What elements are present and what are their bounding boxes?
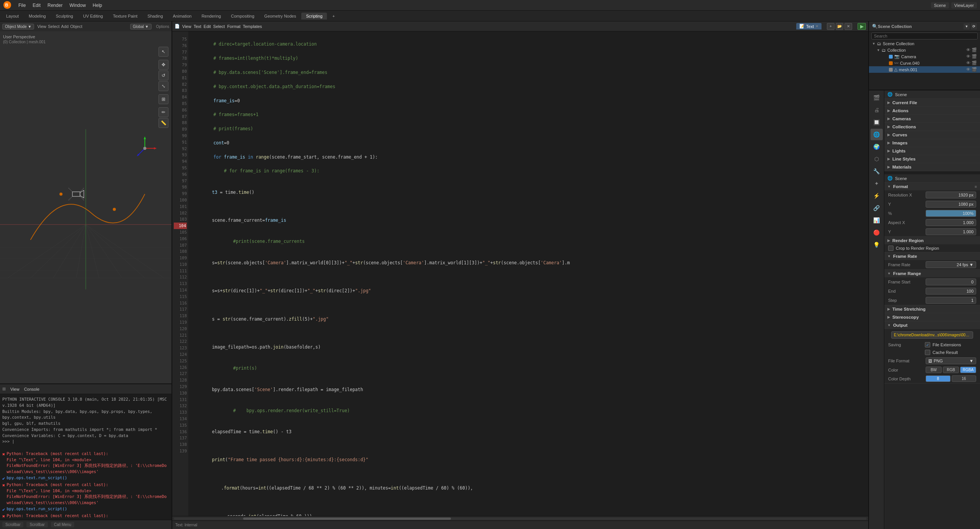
curve-render[interactable]: 🎬 bbox=[972, 61, 977, 66]
props-tab-world[interactable]: 🌍 bbox=[871, 141, 883, 152]
actions-header[interactable]: ▶ Actions bbox=[884, 107, 980, 115]
viewport-canvas[interactable]: User Perspective (0) Collection | mesh.0… bbox=[0, 31, 172, 383]
close-text-btn[interactable]: ✕ bbox=[844, 23, 852, 30]
measure-tool[interactable]: 📏 bbox=[158, 118, 168, 128]
console-menu[interactable]: Console bbox=[24, 387, 39, 391]
camera-render[interactable]: 🎬 bbox=[972, 54, 977, 59]
output-path-value[interactable]: E:\chromeDownload/mv...s\006\images\0000… bbox=[891, 331, 973, 339]
tab-modeling[interactable]: Modeling bbox=[24, 13, 51, 20]
scrollbar-left[interactable]: Scrollbar bbox=[2, 522, 23, 527]
resolution-y-value[interactable]: 1080 px bbox=[926, 201, 976, 208]
menu-window[interactable]: Window bbox=[66, 2, 89, 9]
outliner-camera[interactable]: 📷 Camera 👁 🎬 bbox=[869, 53, 980, 60]
file-extensions-check[interactable]: ✓ bbox=[925, 342, 930, 347]
menu-edit[interactable]: Edit bbox=[29, 2, 44, 9]
editor-view-btn[interactable]: View bbox=[182, 24, 191, 29]
outliner-sync-btn[interactable]: ⟳ bbox=[971, 23, 977, 29]
open-text-btn[interactable]: 📂 bbox=[836, 23, 843, 30]
viewlayer-selector[interactable]: ViewLayer bbox=[951, 2, 977, 8]
outliner-scene-collection[interactable]: ▼ 🗂 Scene Collection bbox=[869, 41, 980, 47]
menu-render[interactable]: Render bbox=[44, 2, 65, 9]
props-tab-material[interactable]: 🔴 bbox=[871, 227, 883, 238]
frame-start-value[interactable]: 0 bbox=[926, 278, 976, 285]
outliner-curve[interactable]: 〰 Curve.040 👁 🎬 bbox=[869, 60, 980, 66]
aspect-y-value[interactable]: 1.000 bbox=[926, 228, 976, 235]
select-tool[interactable]: ↖ bbox=[158, 47, 168, 57]
color-bw-btn[interactable]: BW bbox=[926, 367, 942, 373]
text-file-tab[interactable]: 📝 Text ✕ bbox=[796, 23, 822, 29]
tab-texture-paint[interactable]: Texture Paint bbox=[108, 13, 142, 20]
tab-add[interactable]: + bbox=[328, 13, 339, 20]
tab-geometry-nodes[interactable]: Geometry Nodes bbox=[260, 13, 301, 20]
cache-result-check[interactable] bbox=[925, 350, 930, 355]
menu-help[interactable]: Help bbox=[90, 2, 105, 9]
scrollbar-thumb[interactable] bbox=[243, 518, 451, 520]
annotate-tool[interactable]: ✏ bbox=[158, 107, 168, 117]
scale-tool[interactable]: ⤡ bbox=[158, 81, 168, 91]
scene-selector[interactable]: Scene bbox=[931, 2, 949, 8]
resolution-pct-value[interactable]: 100% bbox=[926, 210, 976, 217]
global-transform-btn[interactable]: Global ▼ bbox=[130, 24, 152, 29]
props-tab-render[interactable]: 🎬 bbox=[871, 92, 883, 103]
console-view-menu[interactable]: View bbox=[10, 387, 20, 391]
output-header[interactable]: ▼ Output bbox=[884, 321, 980, 329]
color-rgba-btn[interactable]: RGBA bbox=[960, 367, 976, 373]
stereoscopy-header[interactable]: ▶ Stereoscopy bbox=[884, 313, 980, 321]
viewport-add-menu[interactable]: Add bbox=[61, 24, 69, 29]
frame-step-value[interactable]: 1 bbox=[926, 297, 976, 304]
file-format-value[interactable]: 🖼 PNG ▼ bbox=[926, 357, 976, 364]
aspect-x-value[interactable]: 1.000 bbox=[926, 219, 976, 226]
time-stretching-header[interactable]: ▶ Time Stretching bbox=[884, 305, 980, 313]
outliner-collection[interactable]: ▼ 🗂 Collection 👁 🎬 bbox=[869, 47, 980, 53]
props-tab-modifier[interactable]: 🔧 bbox=[871, 165, 883, 177]
viewport-select-menu[interactable]: Select bbox=[48, 24, 60, 29]
mesh-visibility[interactable]: 👁 bbox=[966, 67, 970, 72]
current-file-header[interactable]: ▶ Current File bbox=[884, 99, 980, 106]
frame-end-value[interactable]: 100 bbox=[926, 288, 976, 295]
frame-range-header[interactable]: ▼ Frame Range bbox=[884, 270, 980, 277]
editor-scrollbar[interactable] bbox=[172, 516, 868, 521]
props-tab-object[interactable]: ⬡ bbox=[871, 153, 883, 165]
tab-animation[interactable]: Animation bbox=[168, 13, 196, 20]
curve-visibility[interactable]: 👁 bbox=[966, 61, 970, 66]
collection-visibility[interactable]: 👁 bbox=[966, 47, 970, 52]
run-script-btn[interactable]: ▶ bbox=[858, 23, 866, 30]
color-depth-8-btn[interactable]: 8 bbox=[926, 375, 951, 382]
collection-render[interactable]: 🎬 bbox=[972, 47, 977, 52]
editor-text-btn[interactable]: Text bbox=[194, 24, 201, 29]
crop-checkbox[interactable] bbox=[888, 246, 893, 251]
scrollbar-right[interactable]: Scrollbar bbox=[26, 522, 47, 527]
frame-rate-header[interactable]: ▼ Frame Rate bbox=[884, 252, 980, 260]
format-header[interactable]: ▼ Format ≡ bbox=[884, 183, 980, 190]
transform-tool[interactable]: ⊞ bbox=[158, 94, 168, 104]
cameras-header[interactable]: ▶ Cameras bbox=[884, 115, 980, 123]
tab-sculpting[interactable]: Sculpting bbox=[51, 13, 78, 20]
tab-scripting[interactable]: Scripting bbox=[301, 13, 327, 20]
color-rgb-btn[interactable]: RGB bbox=[943, 367, 959, 373]
collections-header[interactable]: ▶ Collections bbox=[884, 123, 980, 131]
rotate-tool[interactable]: ↺ bbox=[158, 70, 168, 80]
format-options-btn[interactable]: ≡ bbox=[975, 185, 977, 189]
fps-value[interactable]: 24 fps ▼ bbox=[926, 261, 976, 268]
materials-header[interactable]: ▶ Materials bbox=[884, 163, 980, 171]
tab-compositing[interactable]: Compositing bbox=[226, 13, 259, 20]
scrollbar-track[interactable] bbox=[174, 518, 867, 520]
resolution-x-value[interactable]: 1920 px bbox=[926, 192, 976, 198]
viewport-view-menu[interactable]: View bbox=[37, 24, 46, 29]
props-tab-viewlayer[interactable]: 🔲 bbox=[871, 116, 883, 128]
console-content[interactable]: PYTHON INTERACTIVE CONSOLE 3.10.8 (main,… bbox=[0, 394, 172, 520]
editor-templates-btn[interactable]: Templates bbox=[243, 24, 262, 29]
outliner-filter-btn[interactable]: ▼ bbox=[964, 23, 970, 29]
outliner-mesh[interactable]: △ mesh.001 👁 🎬 bbox=[869, 66, 980, 73]
new-text-btn[interactable]: + bbox=[827, 23, 835, 30]
tab-uv-editing[interactable]: UV Editing bbox=[78, 13, 108, 20]
editor-edit-btn[interactable]: Edit bbox=[204, 24, 211, 29]
tab-close-btn[interactable]: ✕ bbox=[815, 24, 818, 28]
curves-header[interactable]: ▶ Curves bbox=[884, 131, 980, 139]
props-tab-scene[interactable]: 🌐 bbox=[871, 129, 883, 140]
props-tab-shading[interactable]: 💡 bbox=[871, 239, 883, 251]
render-region-header[interactable]: ▶ Render Region bbox=[884, 237, 980, 244]
props-tab-constraints[interactable]: 🔗 bbox=[871, 202, 883, 214]
editor-format-btn[interactable]: Format bbox=[227, 24, 240, 29]
call-menu-btn[interactable]: Call Menu bbox=[51, 522, 74, 527]
